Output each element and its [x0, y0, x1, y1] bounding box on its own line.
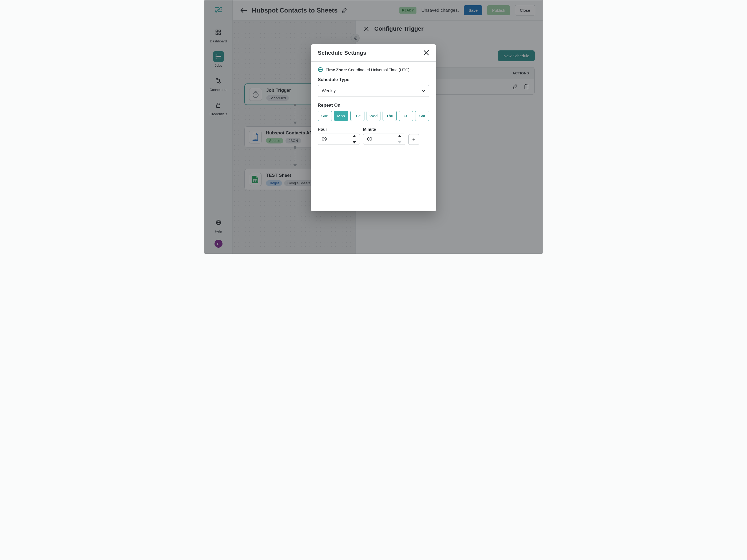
minute-increment-button[interactable] [398, 135, 403, 137]
minute-stepper[interactable]: 00 [363, 134, 405, 145]
timezone-row: Time Zone: Coordinated Universal Time (U… [318, 67, 429, 72]
repeat-on-label: Repeat On [318, 103, 429, 108]
day-toggle-sun[interactable]: Sun [318, 111, 332, 121]
day-toggle-thu[interactable]: Thu [383, 111, 397, 121]
hour-stepper[interactable]: 09 [318, 134, 360, 145]
chevron-down-icon [421, 89, 425, 92]
svg-marker-38 [398, 141, 401, 143]
modal-title: Schedule Settings [318, 50, 366, 56]
svg-marker-36 [353, 141, 356, 143]
svg-marker-37 [398, 135, 401, 137]
schedule-type-value: Weekly [322, 88, 336, 93]
svg-marker-35 [353, 135, 356, 137]
hour-decrement-button[interactable] [353, 141, 358, 143]
modal-close-button[interactable] [423, 50, 429, 56]
timezone-value: Coordinated Universal Time (UTC) [348, 68, 410, 72]
hour-label: Hour [318, 127, 360, 131]
schedule-settings-modal: Schedule Settings Time Zone: Coordinated… [311, 44, 436, 211]
globe-icon [318, 67, 323, 72]
add-time-button[interactable]: + [408, 134, 419, 145]
days-row: Sun Mon Tue Wed Thu Fri Sat [318, 111, 429, 121]
minute-decrement-button [398, 141, 403, 143]
day-toggle-wed[interactable]: Wed [366, 111, 381, 121]
timezone-label: Time Zone: [326, 68, 347, 72]
minute-label: Minute [363, 127, 405, 131]
app-frame: Dashboard Jobs Connectors Credentials [204, 0, 543, 254]
hour-increment-button[interactable] [353, 135, 358, 137]
day-toggle-tue[interactable]: Tue [350, 111, 364, 121]
minute-value: 00 [367, 136, 372, 141]
day-toggle-mon[interactable]: Mon [334, 111, 348, 121]
day-toggle-sat[interactable]: Sat [415, 111, 429, 121]
day-toggle-fri[interactable]: Fri [399, 111, 413, 121]
schedule-type-label: Schedule Type [318, 77, 429, 82]
schedule-type-select[interactable]: Weekly [318, 85, 429, 97]
hour-value: 09 [322, 136, 327, 141]
